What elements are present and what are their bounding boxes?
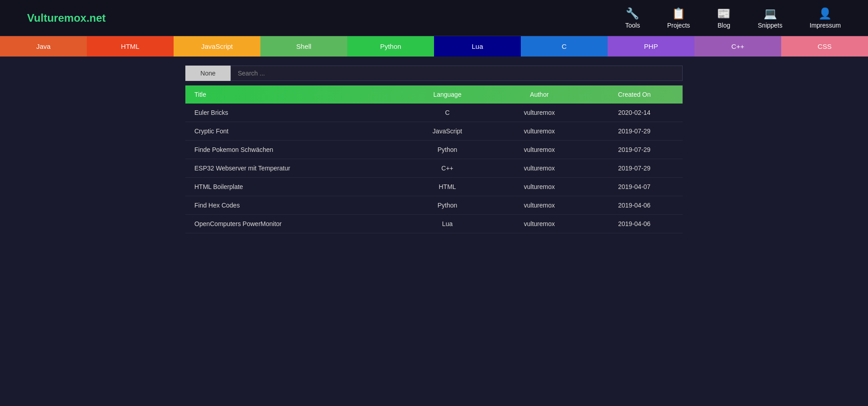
cell-title: HTML Boilerplate xyxy=(185,178,402,196)
table-header: Title Language Author Created On xyxy=(185,85,683,104)
cell-language: HTML xyxy=(402,178,492,196)
col-header-created-on: Created On xyxy=(586,85,683,104)
lang-tab-php[interactable]: PHP xyxy=(608,36,694,57)
nav-label-blog: Blog xyxy=(717,22,730,29)
nav-label-snippets: Snippets xyxy=(758,22,782,29)
site-logo[interactable]: Vulturemox.net xyxy=(27,12,106,24)
cell-created-on: 2019-04-06 xyxy=(586,215,683,233)
tools-icon: 🔧 xyxy=(626,7,639,20)
lang-tab-cpp[interactable]: C++ xyxy=(694,36,781,57)
cell-author: vulturemox xyxy=(493,215,586,233)
lang-tab-shell[interactable]: Shell xyxy=(260,36,347,57)
cell-created-on: 2019-07-29 xyxy=(586,122,683,141)
table-row[interactable]: Cryptic FontJavaScriptvulturemox2019-07-… xyxy=(185,122,683,141)
cell-title: OpenComputers PowerMonitor xyxy=(185,215,402,233)
nav-label-tools: Tools xyxy=(625,22,640,29)
cell-language: JavaScript xyxy=(402,122,492,141)
col-header-language: Language xyxy=(402,85,492,104)
table-body: Euler BricksCvulturemox2020-02-14Cryptic… xyxy=(185,104,683,233)
search-input[interactable] xyxy=(231,66,683,81)
snippets-icon: 💻 xyxy=(764,7,777,20)
nav-item-impressum[interactable]: 👤 Impressum xyxy=(810,7,841,29)
cell-created-on: 2019-07-29 xyxy=(586,159,683,178)
cell-author: vulturemox xyxy=(493,159,586,178)
cell-created-on: 2019-04-07 xyxy=(586,178,683,196)
nav-label-projects: Projects xyxy=(667,22,690,29)
cell-language: C++ xyxy=(402,159,492,178)
table-row[interactable]: Finde Pokemon SchwächenPythonvulturemox2… xyxy=(185,141,683,159)
cell-language: Lua xyxy=(402,215,492,233)
lang-tab-python[interactable]: Python xyxy=(347,36,434,57)
lang-tab-java[interactable]: Java xyxy=(0,36,87,57)
table-header-row: Title Language Author Created On xyxy=(185,85,683,104)
nav-item-tools[interactable]: 🔧 Tools xyxy=(625,7,640,29)
table-row[interactable]: ESP32 Webserver mit TemperaturC++vulture… xyxy=(185,159,683,178)
main-content: None Title Language Author Created On Eu… xyxy=(185,57,683,242)
filter-bar: None xyxy=(185,66,683,81)
table-row[interactable]: Find Hex CodesPythonvulturemox2019-04-06 xyxy=(185,196,683,215)
table-row[interactable]: OpenComputers PowerMonitorLuavulturemox2… xyxy=(185,215,683,233)
col-header-title: Title xyxy=(185,85,402,104)
table-row[interactable]: Euler BricksCvulturemox2020-02-14 xyxy=(185,104,683,122)
cell-title: Cryptic Font xyxy=(185,122,402,141)
table-row[interactable]: HTML BoilerplateHTMLvulturemox2019-04-07 xyxy=(185,178,683,196)
cell-author: vulturemox xyxy=(493,141,586,159)
cell-title: Finde Pokemon Schwächen xyxy=(185,141,402,159)
lang-tab-c[interactable]: C xyxy=(521,36,608,57)
cell-created-on: 2020-02-14 xyxy=(586,104,683,122)
nav-label-impressum: Impressum xyxy=(810,22,841,29)
impressum-icon: 👤 xyxy=(818,7,832,20)
cell-title: Find Hex Codes xyxy=(185,196,402,215)
cell-language: Python xyxy=(402,141,492,159)
snippets-table: Title Language Author Created On Euler B… xyxy=(185,85,683,233)
cell-title: Euler Bricks xyxy=(185,104,402,122)
lang-tab-css[interactable]: CSS xyxy=(781,36,868,57)
cell-created-on: 2019-07-29 xyxy=(586,141,683,159)
nav-item-projects[interactable]: 📋 Projects xyxy=(667,7,690,29)
cell-author: vulturemox xyxy=(493,196,586,215)
lang-tab-html[interactable]: HTML xyxy=(87,36,174,57)
cell-author: vulturemox xyxy=(493,104,586,122)
language-tabs: Java HTML JavaScript Shell Python Lua C … xyxy=(0,36,868,57)
top-nav: Vulturemox.net 🔧 Tools 📋 Projects 📰 Blog… xyxy=(0,0,868,36)
col-header-author: Author xyxy=(493,85,586,104)
nav-item-blog[interactable]: 📰 Blog xyxy=(717,7,731,29)
projects-icon: 📋 xyxy=(672,7,685,20)
blog-icon: 📰 xyxy=(717,7,731,20)
cell-title: ESP32 Webserver mit Temperatur xyxy=(185,159,402,178)
cell-created-on: 2019-04-06 xyxy=(586,196,683,215)
nav-item-snippets[interactable]: 💻 Snippets xyxy=(758,7,782,29)
filter-none-button[interactable]: None xyxy=(185,66,231,81)
lang-tab-lua[interactable]: Lua xyxy=(434,36,521,57)
cell-author: vulturemox xyxy=(493,178,586,196)
lang-tab-javascript[interactable]: JavaScript xyxy=(174,36,260,57)
cell-language: C xyxy=(402,104,492,122)
cell-author: vulturemox xyxy=(493,122,586,141)
nav-items: 🔧 Tools 📋 Projects 📰 Blog 💻 Snippets 👤 I… xyxy=(625,7,841,29)
cell-language: Python xyxy=(402,196,492,215)
